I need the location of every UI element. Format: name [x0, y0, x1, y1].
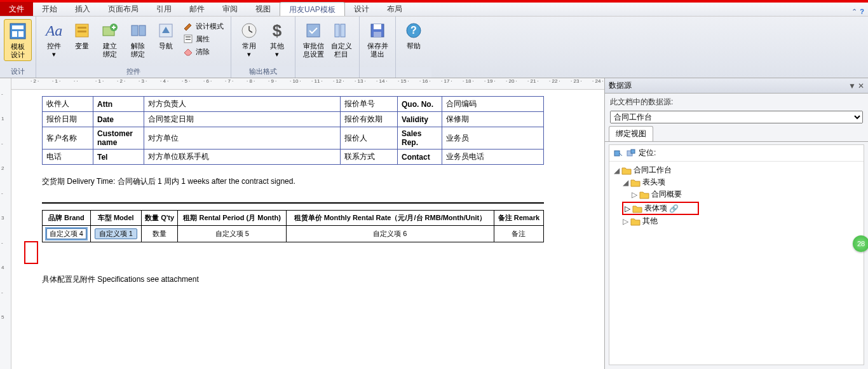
tab-design[interactable]: 设计 [345, 2, 378, 16]
info-cell[interactable]: Date [93, 112, 144, 127]
panel-close-icon[interactable]: ✕ [858, 81, 864, 90]
header-info-table[interactable]: 收件人Attn对方负责人报价单号Quo. No.合同编码报价日期Date合同签定… [42, 96, 544, 165]
body-header[interactable]: 租赁单价 Monthly Rental Rate（元/月/台 RMB/Month… [286, 211, 494, 226]
info-cell[interactable]: 对方负责人 [144, 97, 341, 112]
tab-mail[interactable]: 邮件 [180, 2, 214, 16]
help-circle-icon: ? [403, 20, 424, 41]
create-bind-button[interactable]: 建立 绑定 [96, 19, 124, 60]
tree-collapse-icon[interactable] [626, 148, 636, 158]
help-icon[interactable]: ? [860, 8, 864, 16]
template-design-button[interactable]: 模板 设计 [4, 19, 32, 61]
info-cell[interactable]: 保修期 [442, 112, 544, 127]
approve-button[interactable]: 审批信 息设置 [299, 19, 327, 60]
ribbon-tabs: 文件 开始 插入 页面布局 引用 邮件 审阅 视图 用友UAP模板 设计 布局 … [0, 3, 868, 17]
custom-column-button[interactable]: 自定义 栏目 [327, 19, 355, 60]
folder-icon [639, 190, 649, 199]
navigate-icon [156, 20, 176, 41]
data-source-select[interactable]: 合同工作台 [610, 111, 863, 123]
info-cell[interactable]: 报价有效期 [341, 112, 398, 127]
create-bind-icon [100, 20, 120, 41]
tree-root[interactable]: ◢ 合同工作台 [613, 164, 860, 176]
tab-uap-template[interactable]: 用友UAP模板 [280, 2, 345, 16]
info-cell[interactable]: Attn [93, 97, 144, 112]
tab-review[interactable]: 审阅 [214, 2, 247, 16]
info-cell[interactable]: 合同编码 [442, 97, 544, 112]
tab-page-layout[interactable]: 页面布局 [99, 2, 147, 16]
tree-expand-icon[interactable] [613, 148, 623, 158]
clock-icon [239, 20, 259, 41]
body-cell[interactable]: 自定义项 4 [43, 226, 91, 242]
body-cell[interactable]: 自定义项 6 [286, 226, 494, 242]
remove-bind-button[interactable]: 解除 绑定 [124, 19, 152, 60]
body-cell[interactable]: 备注 [494, 226, 543, 242]
ribbon-minimize-icon[interactable]: ⌃ [851, 8, 857, 16]
info-cell[interactable]: Quo. No. [398, 97, 442, 112]
info-cell[interactable]: 业务员 [442, 127, 544, 150]
body-cell[interactable]: 数量 [141, 226, 178, 242]
svg-rect-10 [139, 25, 146, 36]
info-cell[interactable]: 联系方式 [341, 150, 398, 165]
tab-layout[interactable]: 布局 [378, 2, 411, 16]
folder-icon [630, 217, 641, 226]
variable-button[interactable]: 变量 [68, 19, 96, 52]
document-area[interactable]: 收件人Attn对方负责人报价单号Quo. No.合同编码报价日期Date合同签定… [11, 90, 604, 369]
other-format-button[interactable]: $ 其他 ▾ [263, 19, 291, 60]
save-icon [367, 20, 388, 41]
info-cell[interactable]: 报价单号 [341, 97, 398, 112]
save-exit-button[interactable]: 保存并 退出 [363, 19, 391, 60]
info-cell[interactable]: 业务员电话 [442, 150, 544, 165]
tab-reference[interactable]: 引用 [147, 2, 180, 16]
clear-button[interactable]: 清除 [181, 46, 226, 57]
font-icon: Aa [44, 20, 64, 41]
info-cell[interactable]: 对方单位联系手机 [144, 150, 341, 165]
svg-rect-26 [631, 150, 635, 153]
row-highlight-marker [24, 241, 38, 264]
panel-dropdown-icon[interactable]: ▼ [848, 81, 856, 90]
info-cell[interactable]: 合同签定日期 [144, 112, 341, 127]
body-table[interactable]: 品牌 Brand车型 Model数量 Q'ty租期 Rental Period … [42, 210, 544, 242]
body-header[interactable]: 备注 Remark [494, 211, 543, 226]
tab-view[interactable]: 视图 [247, 2, 280, 16]
properties-button[interactable]: 属性 [181, 33, 226, 45]
body-cell[interactable]: 自定义项 5 [178, 226, 286, 242]
info-cell[interactable]: Sales Rep. [398, 127, 442, 150]
info-cell[interactable]: Tel [93, 150, 144, 165]
info-cell[interactable]: Customer name [93, 127, 144, 150]
info-cell[interactable]: 报价人 [341, 127, 398, 150]
tree-other[interactable]: ▷ 其他 [622, 215, 860, 227]
common-button[interactable]: 常用 ▾ [235, 19, 263, 60]
bind-view-tab[interactable]: 绑定视图 [609, 126, 653, 141]
svg-rect-5 [78, 27, 86, 29]
design-mode-button[interactable]: 设计模式 [181, 20, 226, 32]
tab-home[interactable]: 开始 [33, 2, 66, 16]
folder-icon [621, 166, 632, 175]
svg-rect-3 [18, 31, 24, 37]
link-icon: 🔗 [669, 204, 679, 213]
font-button[interactable]: Aa 控件 ▾ [40, 19, 68, 60]
body-header[interactable]: 品牌 Brand [43, 211, 91, 226]
body-header[interactable]: 数量 Q'ty [141, 211, 178, 226]
info-cell[interactable]: 报价日期 [43, 112, 93, 127]
tree-header-items[interactable]: ◢ 表头项 [622, 176, 860, 188]
tab-file[interactable]: 文件 [0, 2, 33, 16]
group-design-label: 设计 [0, 66, 36, 78]
tab-insert[interactable]: 插入 [66, 2, 99, 16]
info-cell[interactable]: 对方单位 [144, 127, 341, 150]
approve-icon [303, 20, 323, 41]
help-button[interactable]: ? 帮助 [400, 19, 428, 52]
info-cell[interactable]: 客户名称 [43, 127, 93, 150]
info-cell[interactable]: 收件人 [43, 97, 93, 112]
body-header[interactable]: 车型 Model [90, 211, 141, 226]
info-cell[interactable]: Validity [398, 112, 442, 127]
remove-bind-icon [128, 20, 148, 41]
tree-contract-summary[interactable]: ▷ 合同概要 [631, 188, 860, 200]
navigate-button[interactable]: 导航 [152, 19, 180, 52]
svg-rect-17 [335, 24, 339, 37]
info-cell[interactable]: 电话 [43, 150, 93, 165]
info-cell[interactable]: Contact [398, 150, 442, 165]
svg-rect-20 [374, 24, 381, 29]
tree-body-items-highlighted[interactable]: ▷ 表体项 🔗 [622, 202, 699, 215]
body-header[interactable]: 租期 Rental Period (月 Month) [178, 211, 286, 226]
body-cell[interactable]: 自定义项 1 [90, 226, 141, 242]
notification-badge[interactable]: 28 [853, 235, 868, 252]
